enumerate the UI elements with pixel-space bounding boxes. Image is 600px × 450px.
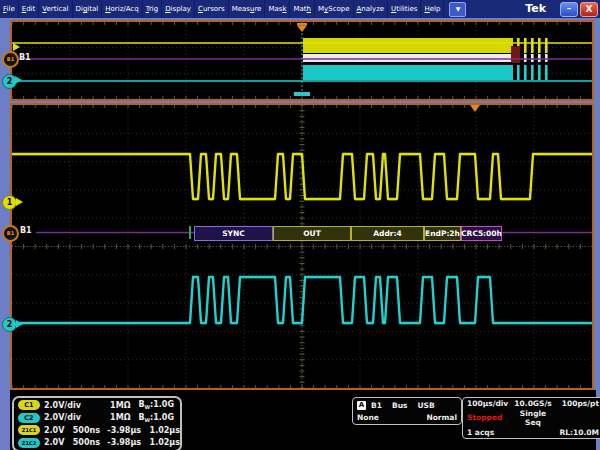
- bus-decode-field-data: Addr:4: [351, 226, 424, 241]
- horizontal-scale: 100µs/div: [467, 399, 511, 408]
- zoom1-ch1-readout-row: Z1C1 2.0V 500ns -3.98µs 1.02µs: [14, 425, 180, 436]
- overview-waveform-window[interactable]: B1: [10, 20, 594, 101]
- main-bus-label: B1: [20, 226, 32, 235]
- menu-item-display[interactable]: Display: [162, 0, 195, 18]
- zoom-waveform-window[interactable]: B1 SYNCOUTAddr:4EndP:2hCRC5:00h: [10, 103, 594, 390]
- vertical-readout-box[interactable]: C1 2.0V/div 1MΩ BW:1.0G C2 2.0V/div 1MΩ …: [12, 396, 182, 450]
- close-button[interactable]: X: [580, 2, 598, 17]
- ch1-scale: 2.0V/div: [44, 401, 94, 410]
- acquisition-count-row: 1 acqs RL:10.0M: [467, 428, 599, 437]
- trigger-protocol: USB: [417, 401, 434, 410]
- sample-resolution: 100ps/pt: [555, 399, 599, 408]
- ch1-zoom-arrow-icon: [16, 198, 23, 206]
- trigger-position-icon: [470, 105, 480, 112]
- ch2-zoom-badge[interactable]: 2: [2, 317, 17, 332]
- main-graticule: [12, 105, 592, 388]
- trigger-mode-row: None Normal: [357, 413, 457, 422]
- ch2-pill[interactable]: C2: [18, 413, 40, 423]
- ch2-zoom-arrow-icon: [16, 320, 23, 328]
- trigger-mode: Normal: [426, 413, 457, 422]
- overview-graticule: [12, 22, 592, 99]
- menu-item-mask[interactable]: Mask: [265, 0, 290, 18]
- z1c1-timebase: 500ns: [73, 426, 108, 435]
- ch2-bandwidth: BW:1.0G: [138, 413, 180, 423]
- acquisition-state-row: Stopped Single Seq: [467, 409, 599, 427]
- z1c2-position: -3.98µs: [107, 438, 149, 447]
- z1c1-scale: 2.0V: [44, 426, 73, 435]
- z1c1-pill[interactable]: Z1C1: [18, 425, 40, 435]
- menu-item-help[interactable]: Help: [421, 0, 444, 18]
- menu-item-analyze[interactable]: Analyze: [354, 0, 389, 18]
- z1c1-position: -3.98µs: [107, 426, 149, 435]
- sample-rate: 10.0GS/s: [511, 399, 555, 408]
- menu-item-vertical[interactable]: Vertical: [39, 0, 72, 18]
- ch2-readout-row: C2 2.0V/div 1MΩ BW:1.0G: [14, 412, 180, 423]
- menu-item-file[interactable]: File: [0, 0, 19, 18]
- menu-overflow-button[interactable]: ▼: [449, 2, 466, 17]
- z1c2-scale: 2.0V: [44, 438, 73, 447]
- z1c2-timebase: 500ns: [73, 438, 108, 447]
- bus-decode-field-data: OUT: [273, 226, 351, 241]
- menu-item-horiz-acq[interactable]: Horiz/Acq: [102, 0, 142, 18]
- status-bar: C1 2.0V/div 1MΩ BW:1.0G C2 2.0V/div 1MΩ …: [10, 390, 596, 450]
- menu-item-digital[interactable]: Digital: [73, 0, 103, 18]
- menu-bar: FileEditVerticalDigitalHoriz/AcqTrigDisp…: [0, 0, 600, 18]
- ch1-impedance: 1MΩ: [110, 401, 130, 410]
- overview-mark-block: [511, 46, 520, 63]
- ch1-bandwidth: BW:1.0G: [138, 400, 180, 410]
- ch2-burst-band: [303, 65, 513, 80]
- zoom1-ch2-readout-row: Z1C2 2.0V 500ns -3.98µs 1.02µs: [14, 437, 180, 448]
- menu-item-edit[interactable]: Edit: [19, 0, 40, 18]
- tek-logo: Tek: [525, 2, 546, 15]
- bus-b1-overview-badge[interactable]: B1: [2, 51, 19, 68]
- z1c2-width: 1.02µs: [150, 438, 180, 447]
- bus-decode-field-data: EndP:2h: [424, 226, 461, 241]
- acquisition-count: 1 acqs: [467, 428, 494, 437]
- record-length: RL:10.0M: [559, 428, 599, 437]
- ch2-overview-arrow-icon: [15, 76, 22, 84]
- ch1-readout-row: C1 2.0V/div 1MΩ BW:1.0G: [14, 400, 180, 411]
- trigger-holdoff: None: [357, 413, 379, 422]
- acquisition-mode: Single Seq: [511, 409, 555, 427]
- ch2-impedance: 1MΩ: [110, 413, 130, 422]
- overview-trigger-icon: [297, 26, 307, 33]
- zoom-region-handle[interactable]: [294, 92, 310, 96]
- bus-decode-field-crc: CRC5:00h: [461, 226, 502, 241]
- decode-band: [303, 54, 513, 62]
- ch1-burst-band: [303, 38, 513, 53]
- horizontal-scale-row: 100µs/div 10.0GS/s 100ps/pt: [467, 399, 599, 408]
- ch1-zoom-badge[interactable]: 1: [2, 195, 17, 210]
- trigger-a-icon: A: [357, 401, 366, 410]
- overview-bus-label: B1: [19, 53, 31, 62]
- trigger-readout-box[interactable]: A B1 Bus USB None Normal: [352, 397, 462, 425]
- menu-items: FileEditVerticalDigitalHoriz/AcqTrigDisp…: [0, 0, 444, 18]
- trigger-source: B1: [371, 401, 382, 410]
- menu-item-math[interactable]: Math: [290, 0, 315, 18]
- oscilloscope-screen: FileEditVerticalDigitalHoriz/AcqTrigDisp…: [0, 0, 600, 450]
- bus-b1-zoom-badge[interactable]: B1: [2, 225, 19, 242]
- z1c2-pill[interactable]: Z1C2: [18, 438, 40, 448]
- acquisition-status: Stopped: [467, 413, 511, 422]
- minimize-button[interactable]: –: [560, 2, 578, 17]
- menu-item-utilities[interactable]: Utilities: [388, 0, 421, 18]
- menu-item-trig[interactable]: Trig: [143, 0, 163, 18]
- trigger-kind: Bus: [392, 401, 408, 410]
- horizontal-readout-box[interactable]: 100µs/div 10.0GS/s 100ps/pt Stopped Sing…: [462, 397, 600, 439]
- menu-item-myscope[interactable]: MyScope: [315, 0, 354, 18]
- z1c1-width: 1.02µs: [150, 426, 180, 435]
- ch1-overview-marker-icon[interactable]: [13, 43, 20, 51]
- menu-item-measure[interactable]: Measure: [229, 0, 266, 18]
- menu-item-cursors[interactable]: Cursors: [195, 0, 229, 18]
- trigger-source-row: A B1 Bus USB: [357, 401, 457, 410]
- ch1-pill[interactable]: C1: [18, 400, 40, 410]
- ch2-scale: 2.0V/div: [44, 413, 94, 422]
- bus-decode-field-sync: SYNC: [194, 226, 273, 241]
